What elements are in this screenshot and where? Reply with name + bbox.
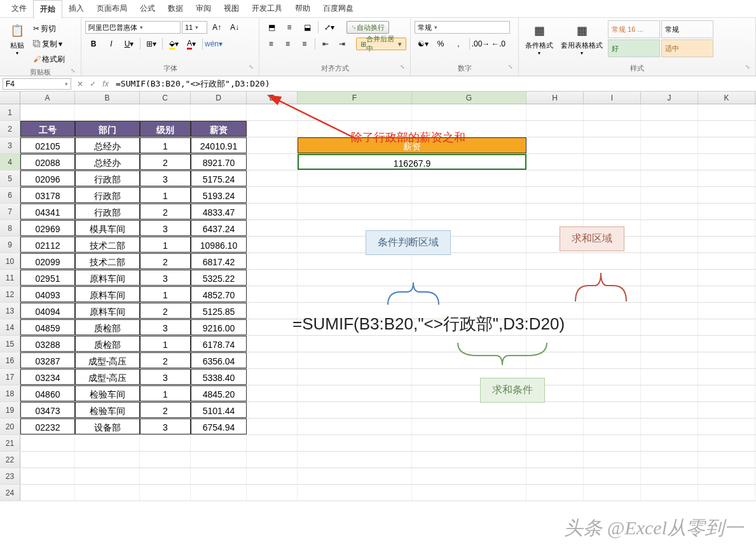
cell-G23[interactable] (412, 468, 526, 484)
align-center-button[interactable]: ≡ (280, 38, 295, 50)
cell-D1[interactable] (191, 104, 247, 120)
cell-G2[interactable] (412, 121, 526, 137)
cell-J21[interactable] (641, 435, 698, 451)
row-header-21[interactable]: 21 (0, 435, 20, 451)
cell-H1[interactable] (526, 104, 584, 120)
cancel-icon[interactable]: ✕ (74, 80, 86, 88)
cell-H21[interactable] (526, 435, 584, 451)
cell-A3[interactable]: 02105 (20, 137, 75, 153)
cell-D7[interactable]: 4833.47 (191, 204, 247, 219)
cell-F7[interactable] (298, 204, 412, 219)
phonetic-button[interactable]: wén▾ (205, 38, 222, 50)
row-header-7[interactable]: 7 (0, 204, 20, 219)
percent-button[interactable]: % (432, 38, 449, 50)
col-header-H[interactable]: H (526, 92, 584, 104)
cell-style-4[interactable]: 适中 (661, 39, 713, 57)
cell-F3[interactable]: 薪资 (298, 137, 526, 153)
copy-button[interactable]: ⿻ 复制 ▾ (33, 37, 65, 51)
align-top-button[interactable]: ⬒ (263, 21, 280, 34)
cell-E13[interactable] (247, 303, 298, 319)
cell-K24[interactable] (698, 485, 755, 501)
cell-K11[interactable] (698, 270, 755, 286)
menu-页面布局[interactable]: 页面布局 (90, 0, 134, 17)
cell-D3[interactable]: 24010.91 (191, 137, 247, 153)
paste-button[interactable]: 📋 粘贴 ▾ (4, 20, 31, 57)
row-header-20[interactable]: 20 (0, 419, 20, 434)
cell-C21[interactable] (140, 435, 191, 451)
cell-K13[interactable] (698, 303, 755, 319)
cell-C5[interactable]: 3 (140, 170, 191, 186)
cell-E20[interactable] (247, 419, 298, 434)
cell-E9[interactable] (247, 237, 298, 253)
cell-G14[interactable] (412, 319, 526, 335)
cell-I17[interactable] (584, 369, 641, 385)
align-bottom-button[interactable]: ⬓ (299, 21, 315, 34)
cell-K10[interactable] (698, 253, 755, 269)
cell-K6[interactable] (698, 187, 755, 203)
cell-J18[interactable] (641, 385, 698, 401)
menu-百度网盘[interactable]: 百度网盘 (317, 0, 360, 17)
menu-审阅[interactable]: 审阅 (189, 0, 217, 17)
row-header-14[interactable]: 14 (0, 319, 20, 335)
cell-I9[interactable] (584, 237, 641, 253)
cell-I10[interactable] (584, 253, 641, 269)
cell-G1[interactable] (412, 104, 526, 120)
cell-E23[interactable] (247, 468, 298, 484)
cell-D8[interactable]: 6437.24 (191, 220, 247, 236)
row-header-12[interactable]: 12 (0, 286, 20, 302)
cell-C23[interactable] (140, 468, 191, 484)
cell-G5[interactable] (412, 170, 526, 186)
cell-H9[interactable] (526, 237, 584, 253)
cell-B10[interactable]: 技术二部 (75, 253, 140, 269)
cell-G18[interactable] (412, 385, 526, 401)
cell-C18[interactable]: 1 (140, 385, 191, 401)
italic-button[interactable]: I (103, 38, 120, 50)
cell-F2[interactable] (298, 121, 412, 137)
cell-H18[interactable] (526, 385, 584, 401)
cell-D24[interactable] (191, 485, 247, 501)
cell-B15[interactable]: 质检部 (75, 336, 140, 352)
cell-A20[interactable]: 02232 (20, 419, 75, 434)
cell-G8[interactable] (412, 220, 526, 236)
cell-C2[interactable]: 级别 (140, 121, 191, 137)
row-header-10[interactable]: 10 (0, 253, 20, 269)
cell-C7[interactable]: 2 (140, 204, 191, 219)
cell-E8[interactable] (247, 220, 298, 236)
cell-C3[interactable]: 1 (140, 137, 191, 153)
cell-A14[interactable]: 04859 (20, 319, 75, 335)
col-header-C[interactable]: C (140, 92, 191, 104)
cell-E19[interactable] (247, 402, 298, 418)
cell-H14[interactable] (526, 319, 584, 335)
cell-A17[interactable]: 03234 (20, 369, 75, 385)
cell-A8[interactable]: 02969 (20, 220, 75, 236)
cell-A2[interactable]: 工号 (20, 121, 75, 137)
cell-I19[interactable] (584, 402, 641, 418)
row-header-19[interactable]: 19 (0, 402, 20, 418)
cell-K20[interactable] (698, 419, 755, 434)
cell-K15[interactable] (698, 336, 755, 352)
cell-B22[interactable] (75, 452, 140, 467)
cell-I24[interactable] (584, 485, 641, 501)
indent-left-button[interactable]: ⇤ (318, 38, 333, 50)
cell-K22[interactable] (698, 452, 755, 467)
cell-E11[interactable] (247, 270, 298, 286)
cell-B20[interactable]: 设备部 (75, 419, 140, 434)
cell-K17[interactable] (698, 369, 755, 385)
row-header-8[interactable]: 8 (0, 220, 20, 236)
row-header-18[interactable]: 18 (0, 385, 20, 401)
cell-J24[interactable] (641, 485, 698, 501)
cell-E17[interactable] (247, 369, 298, 385)
cell-E2[interactable] (247, 121, 298, 137)
cell-B16[interactable]: 成型-高压 (75, 352, 140, 368)
cell-A15[interactable]: 03288 (20, 336, 75, 352)
cell-J20[interactable] (641, 419, 698, 434)
row-header-22[interactable]: 22 (0, 452, 20, 467)
cell-B9[interactable]: 技术二部 (75, 237, 140, 253)
cell-D10[interactable]: 6817.42 (191, 253, 247, 269)
cell-G10[interactable] (412, 253, 526, 269)
cell-D12[interactable]: 4852.70 (191, 286, 247, 302)
name-box[interactable]: F4 (3, 78, 71, 90)
cell-D4[interactable]: 8921.70 (191, 154, 247, 170)
col-header-A[interactable]: A (20, 92, 75, 104)
cell-J4[interactable] (641, 154, 698, 170)
